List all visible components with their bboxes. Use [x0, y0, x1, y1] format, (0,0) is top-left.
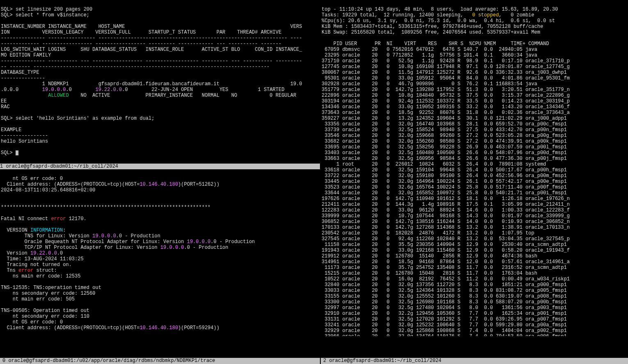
sql-data: RAC [1, 104, 10, 110]
sql-sep: --------------- ---------- --- ---------… [1, 58, 302, 64]
log-line: 2024-08-13T11:03:25.648816+02:00 [1, 187, 95, 193]
top-header: Tasks: 19229 total, 12 running, 12400 sl… [322, 12, 534, 18]
sql-sep: -- ------- -----------------------------… [1, 64, 269, 70]
log-line: Fatal NI connect error 12170. [1, 216, 87, 222]
log-line [1, 279, 13, 285]
log-line: ns secondary err code: 12560 [1, 291, 95, 296]
sql-line: SQL> select 'hello Sorintians' as exampl… [1, 116, 154, 121]
tmux-status-right[interactable]: 2 oracle@gfsaprd-dbadm01:~/rib_coll/2024 [321, 358, 628, 364]
sql-header: MO EDITION FAMILY [1, 52, 51, 58]
sql-prompt[interactable]: SQL> [1, 150, 18, 156]
log-line: TNS for Linux: Version 19.0.0.0.0 - Prod… [1, 233, 160, 239]
log-line: TNS-00505: Operation timed out [1, 308, 89, 314]
sql-data: ALLOWED NO ACTIVE PRIMARY_INSTANCE NORMA… [1, 93, 296, 98]
sql-header: LOG_SWITCH_WAIT LOGINS SHU DATABASE_STAT… [1, 47, 302, 52]
log-line [1, 302, 13, 308]
log-line: Client address: (ADDRESS=(PROTOCOL=tcp)(… [1, 182, 219, 187]
log-line: ****************************************… [1, 205, 210, 210]
log-line: ns main err code: 12535 [1, 273, 80, 279]
log-line: Client address: (ADDRESS=(PROTOCOL=tcp)(… [1, 325, 219, 331]
sql-data: .0.0.0 19.0.0.0.0 19.22.0.0.0 22-JUN-24 … [1, 87, 284, 93]
log-line: nt secondary err code: 110 [1, 314, 89, 319]
tmux-status-left[interactable]: 0 oracle@gfsaprd-dbadm01:/u02/app/oracle… [0, 358, 320, 364]
sql-line: SQL> select * from v$instance; [1, 12, 89, 18]
log-line: Oracle Bequeath NT Protocol Adapter for … [1, 239, 255, 245]
top-pane[interactable]: top - 11:10:24 up 143 days, 48 min, 8 us… [321, 0, 628, 336]
sql-sep: --------------- ---------------- -------… [1, 35, 302, 41]
log-line: nt OS err code: 0 [1, 176, 63, 182]
top-header: top - 11:10:24 up 143 days, 48 min, 8 us… [322, 7, 558, 12]
sql-sep: ---------------- [1, 133, 48, 139]
log-line: nt OS err code: 0 [1, 319, 63, 325]
sql-terminal-pane[interactable]: SQL> set linesize 200 pages 200 SQL> sel… [0, 0, 320, 163]
sql-header: DATABASE_TYPE [1, 70, 39, 75]
tmux-window-tab[interactable]: 1 oracle@gfsaprd-dbadm01:~/rib_coll/2024 [0, 164, 320, 169]
log-line: Time: 13-AUG-2024 11:03:25 [1, 256, 84, 262]
sql-header: INSTANCE_NUMBER INSTANCE_NAME HOST_NAME … [1, 24, 302, 30]
log-line: Tracing not turned on. [1, 262, 72, 268]
top-header: KiB Swap: 25165820 total, 1089256 free, … [322, 30, 540, 35]
log-line: nt main err code: 505 [1, 296, 75, 302]
sql-data: 1 NDBMKP1 gfsaprd-dbadm01.fideuram.banca… [1, 81, 302, 87]
sql-data: hello Sorintians [1, 139, 48, 144]
top-process-list: 67059 dbmsvc 20 0 7562016 647012 6476 S … [322, 47, 570, 336]
sql-header: EXAMPLE [1, 127, 21, 133]
log-line: TNS-12535: TNS:operation timed out [1, 285, 101, 291]
top-header: %Cpu(s): 20.6 us, 3.1 sy, 0.0 ni, 75.3 i… [322, 18, 555, 24]
top-columns: PID USER PR NI VIRT RES SHR S %CPU %MEM … [322, 41, 549, 47]
log-line: TCP/IP NT Protocol Adapter for Linux: Ve… [1, 245, 228, 250]
top-header: KiB Mem : 15834437+total, 53361315+free,… [322, 24, 543, 30]
log-line: Tns error struct: [1, 268, 57, 273]
sql-sep: --------------- [1, 75, 45, 81]
cursor-icon [16, 150, 18, 155]
sql-line: SQL> set linesize 200 pages 200 [1, 7, 92, 12]
sql-header: ION VERSION_LEGACY VERSION_FULL STARTUP_… [1, 30, 281, 35]
log-line: Version 19.22.0.0.0 [1, 250, 63, 256]
trace-log-pane[interactable]: nt OS err code: 0 Client address: (ADDRE… [0, 169, 320, 337]
sql-sep: ------------- ----------------- --------… [1, 41, 281, 47]
sql-data: EE [1, 98, 7, 104]
log-line: VERSION INFORMATION: [1, 228, 66, 233]
